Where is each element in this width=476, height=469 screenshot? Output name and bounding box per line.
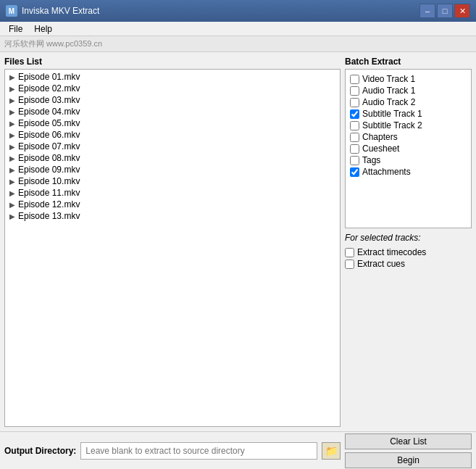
file-expand-arrow: ▶ [9, 143, 15, 151]
label-subtitletrack1[interactable]: Subtitle Track 1 [362, 109, 422, 119]
file-expand-arrow: ▶ [9, 96, 15, 104]
checkbox-tags[interactable] [350, 156, 359, 165]
label-attachments[interactable]: Attachments [362, 167, 411, 177]
file-item[interactable]: ▶Episode 08.mkv [7, 152, 338, 164]
file-item[interactable]: ▶Episode 11.mkv [7, 187, 338, 199]
right-panel: Batch Extract Video Track 1Audio Track 1… [345, 57, 472, 427]
browse-folder-button[interactable]: 📁 [322, 442, 341, 460]
file-name: Episode 08.mkv [18, 153, 80, 163]
batch-extract-title: Batch Extract [345, 57, 472, 67]
label-audiotrack1[interactable]: Audio Track 1 [362, 86, 415, 96]
checkbox-row-cuesheet: Cuesheet [350, 144, 467, 154]
file-name: Episode 04.mkv [18, 107, 80, 117]
file-item[interactable]: ▶Episode 04.mkv [7, 106, 338, 117]
file-name: Episode 12.mkv [18, 199, 80, 209]
checkbox-extractcues[interactable] [345, 260, 354, 269]
menu-file[interactable]: File [3, 22, 28, 36]
checkbox-row-extracttimecodes: Extract timecodes [345, 247, 472, 257]
checkbox-audiotrack2[interactable] [350, 98, 359, 107]
minimize-button[interactable]: – [419, 4, 435, 18]
menu-help[interactable]: Help [28, 22, 58, 36]
file-item[interactable]: ▶Episode 07.mkv [7, 141, 338, 152]
checkbox-cuesheet[interactable] [350, 144, 359, 154]
file-item[interactable]: ▶Episode 02.mkv [7, 83, 338, 94]
checkbox-videotrack1[interactable] [350, 75, 359, 84]
file-expand-arrow: ▶ [9, 178, 15, 186]
checkbox-row-extractcues: Extract cues [345, 259, 472, 269]
app-icon: M [6, 5, 17, 17]
file-name: Episode 13.mkv [18, 211, 80, 221]
label-extractcues[interactable]: Extract cues [357, 259, 405, 269]
files-panel: Files List ▶Episode 01.mkv▶Episode 02.mk… [4, 57, 341, 427]
checkbox-row-audiotrack2: Audio Track 2 [350, 97, 467, 107]
batch-checkboxes-box: Video Track 1Audio Track 1Audio Track 2S… [345, 69, 472, 228]
label-chapters[interactable]: Chapters [362, 132, 398, 142]
bottom-bar: Output Directory: 📁 Clear List Begin [0, 431, 476, 469]
file-item[interactable]: ▶Episode 13.mkv [7, 210, 338, 222]
file-name: Episode 07.mkv [18, 141, 80, 152]
file-name: Episode 11.mkv [18, 188, 80, 198]
file-expand-arrow: ▶ [9, 189, 15, 197]
watermark-bar: 河乐软件网 www.pc0359.cn [0, 36, 476, 52]
file-expand-arrow: ▶ [9, 166, 15, 174]
file-item[interactable]: ▶Episode 09.mkv [7, 164, 338, 175]
label-subtitletrack2[interactable]: Subtitle Track 2 [362, 120, 422, 130]
checkbox-row-tags: Tags [350, 155, 467, 165]
file-name: Episode 01.mkv [18, 72, 80, 82]
checkbox-row-chapters: Chapters [350, 132, 467, 142]
file-item[interactable]: ▶Episode 06.mkv [7, 129, 338, 141]
checkbox-attachments[interactable] [350, 167, 359, 177]
file-name: Episode 05.mkv [18, 118, 80, 128]
files-panel-label: Files List [4, 57, 341, 67]
file-expand-arrow: ▶ [9, 73, 15, 81]
file-name: Episode 02.mkv [18, 83, 80, 94]
file-item[interactable]: ▶Episode 12.mkv [7, 199, 338, 210]
file-name: Episode 09.mkv [18, 165, 80, 175]
checkbox-row-subtitletrack2: Subtitle Track 2 [350, 120, 467, 130]
maximize-button[interactable]: □ [437, 4, 453, 18]
selected-tracks-section: For selected tracks: Extract timecodesEx… [345, 233, 472, 270]
label-extracttimecodes[interactable]: Extract timecodes [357, 247, 426, 257]
watermark-text: 河乐软件网 www.pc0359.cn [4, 38, 102, 49]
checkbox-audiotrack1[interactable] [350, 86, 359, 96]
menu-bar: File Help [0, 22, 476, 36]
begin-button[interactable]: Begin [345, 452, 472, 468]
clear-list-button[interactable]: Clear List [345, 433, 472, 449]
checkbox-subtitletrack1[interactable] [350, 109, 359, 119]
checkbox-chapters[interactable] [350, 133, 359, 142]
checkbox-extracttimecodes[interactable] [345, 248, 354, 257]
output-directory-input[interactable] [80, 442, 317, 460]
checkbox-row-attachments: Attachments [350, 167, 467, 177]
label-tags[interactable]: Tags [362, 155, 380, 165]
file-name: Episode 03.mkv [18, 95, 80, 105]
close-button[interactable]: ✕ [454, 4, 470, 18]
checkbox-subtitletrack2[interactable] [350, 121, 359, 130]
file-expand-arrow: ▶ [9, 108, 15, 116]
folder-icon: 📁 [325, 445, 338, 457]
right-bottom-buttons: Clear List Begin [345, 433, 472, 468]
label-audiotrack2[interactable]: Audio Track 2 [362, 97, 415, 107]
label-cuesheet[interactable]: Cuesheet [362, 144, 399, 154]
file-item[interactable]: ▶Episode 10.mkv [7, 175, 338, 187]
label-videotrack1[interactable]: Video Track 1 [362, 74, 415, 84]
file-item[interactable]: ▶Episode 05.mkv [7, 117, 338, 129]
file-expand-arrow: ▶ [9, 201, 15, 209]
main-content: Files List ▶Episode 01.mkv▶Episode 02.mk… [0, 52, 476, 431]
selected-track-options: Extract timecodesExtract cues [345, 246, 472, 270]
output-label: Output Directory: [4, 446, 76, 456]
files-list[interactable]: ▶Episode 01.mkv▶Episode 02.mkv▶Episode 0… [4, 69, 341, 427]
file-expand-arrow: ▶ [9, 85, 15, 93]
file-expand-arrow: ▶ [9, 212, 15, 220]
checkbox-row-subtitletrack1: Subtitle Track 1 [350, 109, 467, 119]
file-expand-arrow: ▶ [9, 131, 15, 139]
checkbox-row-audiotrack1: Audio Track 1 [350, 86, 467, 96]
file-name: Episode 10.mkv [18, 176, 80, 186]
file-item[interactable]: ▶Episode 01.mkv [7, 71, 338, 83]
file-expand-arrow: ▶ [9, 154, 15, 162]
window-title: Inviska MKV Extract [22, 6, 99, 16]
checkbox-row-videotrack1: Video Track 1 [350, 74, 467, 84]
file-item[interactable]: ▶Episode 03.mkv [7, 94, 338, 106]
title-bar: M Inviska MKV Extract – □ ✕ [0, 0, 476, 22]
file-expand-arrow: ▶ [9, 120, 15, 128]
selected-tracks-label: For selected tracks: [345, 233, 472, 243]
